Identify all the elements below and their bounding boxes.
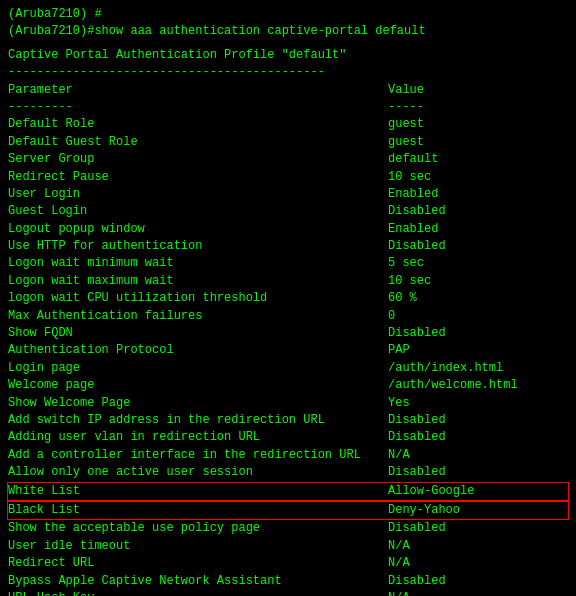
row-param: Redirect Pause [8,169,388,186]
table-row: Server Groupdefault [8,151,568,168]
row-param: Authentication Protocol [8,342,388,359]
terminal-window: (Aruba7210) # (Aruba7210) #show aaa auth… [8,6,568,596]
row-param: Show FQDN [8,325,388,342]
row-param: Logon wait maximum wait [8,273,388,290]
command-line: (Aruba7210) #show aaa authentication cap… [8,23,568,40]
row-value: guest [388,116,424,133]
row-param: Black List [8,502,388,519]
table-row: User idle timeoutN/A [8,538,568,555]
col-param-header: Parameter [8,82,388,99]
row-value: Disabled [388,412,446,429]
table-row: Redirect URLN/A [8,555,568,572]
row-param: Adding user vlan in redirection URL [8,429,388,446]
table-row: Show FQDNDisabled [8,325,568,342]
table-row: Add a controller interface in the redire… [8,447,568,464]
col-dividers: --------- ----- [8,99,568,116]
table-row: Add switch IP address in the redirection… [8,412,568,429]
row-value: Yes [388,395,410,412]
row-value: Disabled [388,520,446,537]
table-row: Show Welcome PageYes [8,395,568,412]
row-param: Default Guest Role [8,134,388,151]
row-param: Welcome page [8,377,388,394]
row-value: Deny-Yahoo [388,502,460,519]
row-param: Add switch IP address in the redirection… [8,412,388,429]
row-value: N/A [388,590,410,596]
table-row: Adding user vlan in redirection URLDisab… [8,429,568,446]
row-value: 5 sec [388,255,424,272]
row-value: 10 sec [388,169,431,186]
row-param: Show the acceptable use policy page [8,520,388,537]
row-value: /auth/index.html [388,360,503,377]
row-value: Disabled [388,464,446,481]
row-value: /auth/welcome.html [388,377,518,394]
row-param: User idle timeout [8,538,388,555]
row-value: Enabled [388,221,438,238]
row-param: Redirect URL [8,555,388,572]
title-line: Captive Portal Authentication Profile "d… [8,47,568,64]
row-value: N/A [388,447,410,464]
row-value: Allow-Google [388,483,474,500]
column-headers: Parameter Value [8,82,568,99]
table-row: Authentication ProtocolPAP [8,342,568,359]
table-row: Use HTTP for authenticationDisabled [8,238,568,255]
row-param: Bypass Apple Captive Network Assistant [8,573,388,590]
row-param: Logon wait minimum wait [8,255,388,272]
table-row: User LoginEnabled [8,186,568,203]
table-row: Allow only one active user sessionDisabl… [8,464,568,481]
table-row: Login page/auth/index.html [8,360,568,377]
col-value-divider: ----- [388,99,424,116]
row-value: N/A [388,538,410,555]
col-param-divider: --------- [8,99,388,116]
row-param: Use HTTP for authentication [8,238,388,255]
row-param: Logout popup window [8,221,388,238]
prompt-prefix: (Aruba7210) [8,23,87,40]
row-param: Login page [8,360,388,377]
row-value: N/A [388,555,410,572]
table-row: logon wait CPU utilization threshold60 % [8,290,568,307]
row-param: Guest Login [8,203,388,220]
table-row: White ListAllow-Google [7,482,569,501]
row-value: Enabled [388,186,438,203]
row-param: Add a controller interface in the redire… [8,447,388,464]
command-text: #show aaa authentication captive-portal … [87,23,425,40]
col-value-header: Value [388,82,424,99]
table-row: Redirect Pause10 sec [8,169,568,186]
divider-line: ----------------------------------------… [8,64,568,81]
row-value: Disabled [388,429,446,446]
table-row: Guest LoginDisabled [8,203,568,220]
row-value: PAP [388,342,410,359]
row-value: Disabled [388,325,446,342]
row-param: Max Authentication failures [8,308,388,325]
prompt-1: (Aruba7210) # [8,6,102,23]
table-row: Logon wait maximum wait10 sec [8,273,568,290]
row-param: Show Welcome Page [8,395,388,412]
table-row: Logon wait minimum wait5 sec [8,255,568,272]
table-rows: Default RoleguestDefault Guest Roleguest… [8,116,568,596]
prompt-line-1: (Aruba7210) # [8,6,568,23]
table-row: Show the acceptable use policy pageDisab… [8,520,568,537]
table-row: Welcome page/auth/welcome.html [8,377,568,394]
row-param: White List [8,483,388,500]
row-param: User Login [8,186,388,203]
row-param: Default Role [8,116,388,133]
table-row: URL Hash KeyN/A [8,590,568,596]
table-row: Black ListDeny-Yahoo [7,501,569,520]
row-value: guest [388,134,424,151]
row-param: URL Hash Key [8,590,388,596]
row-value: 0 [388,308,395,325]
row-value: 60 % [388,290,417,307]
table-row: Logout popup windowEnabled [8,221,568,238]
table-row: Bypass Apple Captive Network AssistantDi… [8,573,568,590]
row-value: Disabled [388,203,446,220]
row-value: default [388,151,438,168]
table-row: Max Authentication failures0 [8,308,568,325]
row-value: Disabled [388,238,446,255]
row-value: 10 sec [388,273,431,290]
row-param: Allow only one active user session [8,464,388,481]
table-row: Default Guest Roleguest [8,134,568,151]
row-value: Disabled [388,573,446,590]
row-param: Server Group [8,151,388,168]
table-row: Default Roleguest [8,116,568,133]
row-param: logon wait CPU utilization threshold [8,290,388,307]
